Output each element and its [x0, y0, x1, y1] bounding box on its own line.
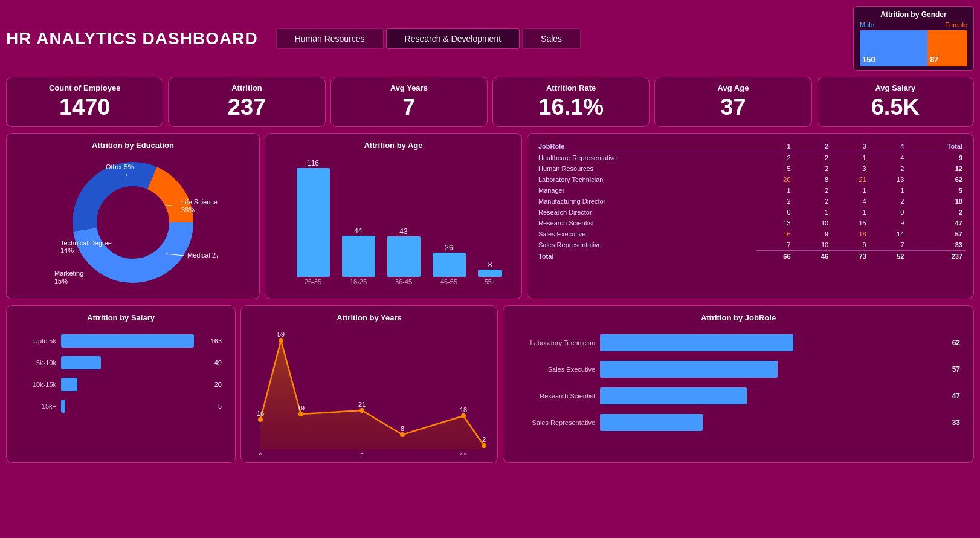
jobrole-table-cell: 47: [907, 218, 966, 228]
col-total: Total: [907, 141, 966, 152]
jobrole-table-cell: 21: [832, 174, 870, 185]
jobrole-table-row-label: Healthcare Representative: [535, 152, 756, 163]
jobrole-table-cell: 2: [795, 185, 833, 196]
jobrole-table-cell: 2: [795, 152, 833, 163]
svg-text:14%: 14%: [60, 247, 74, 254]
jobrole-bar-track: [600, 334, 944, 351]
gender-bar-male: 150: [860, 30, 927, 66]
kpi-employee-label: Count of Employee: [49, 83, 120, 92]
salary-bar-fill: [61, 378, 77, 391]
jobrole-table-row-label: Sales Executive: [535, 228, 756, 239]
jobrole-table-cell: 14: [870, 228, 908, 239]
svg-text:46-55: 46-55: [440, 278, 457, 285]
jobrole-table-cell: 9: [870, 218, 908, 228]
nav-tab-hr[interactable]: Human Resources: [276, 28, 384, 49]
svg-point-30: [298, 412, 303, 416]
jobrole-total-cell: 52: [870, 250, 908, 262]
kpi-avg-salary: Avg Salary 6.5K: [817, 77, 974, 127]
edu-label-medical: Medical 27%: [187, 251, 218, 259]
jobrole-table-row-label: Research Scientist: [535, 218, 756, 228]
salary-bar-fill: [61, 400, 65, 413]
salary-bar-label: 10k-15k: [20, 381, 56, 388]
jobrole-bar-fill: [600, 361, 778, 378]
years-line-chart: 16 59 19 21 8 18 2 0 5 10: [248, 328, 490, 455]
edu-label-other: Other 5%: [106, 163, 134, 170]
jobrole-bar-label: Research Scientist: [517, 392, 595, 400]
jobrole-table-cell: 1: [832, 185, 870, 196]
years-panel: Attrition by Years: [240, 305, 498, 463]
salary-bar-label: Upto 5k: [20, 337, 56, 345]
jobrole-table-cell: 5: [907, 185, 966, 196]
jobrole-table-cell: 2: [870, 163, 908, 174]
jobrole-table-cell: 62: [907, 174, 966, 185]
jobrole-table-cell: 5: [756, 163, 795, 174]
salary-bar-value: 20: [214, 381, 222, 388]
salary-bar-fill: [61, 356, 101, 369]
jobrole-table-cell: 1: [756, 185, 795, 196]
kpi-avg-salary-label: Avg Salary: [875, 83, 915, 92]
jobrole-bar-fill: [600, 387, 747, 404]
kpi-avg-years-value: 7: [402, 95, 415, 120]
svg-text:26-35: 26-35: [305, 278, 321, 285]
age-panel: Attrition by Age 116 26-35 44 18-25 43 3…: [265, 133, 522, 299]
jobrole-table-cell: 1: [832, 152, 870, 163]
jobrole-table-cell: 4: [832, 196, 870, 207]
kpi-avg-years: Avg Years 7: [330, 77, 488, 127]
nav-tab-sales[interactable]: Sales: [522, 28, 581, 49]
svg-text:18: 18: [460, 406, 467, 413]
jobrole-table-row-label: Manufacturing Director: [535, 196, 756, 207]
jobrole-chart-title: Attrition by JobRole: [511, 313, 966, 322]
jobrole-table-cell: 2: [907, 207, 966, 218]
years-chart-title: Attrition by Years: [248, 313, 490, 322]
jobrole-table-cell: 15: [832, 218, 870, 228]
svg-rect-12: [297, 168, 330, 277]
salary-panel: Attrition by Salary Upto 5k1635k-10k4910…: [6, 305, 236, 463]
jobrole-total-cell: 73: [832, 250, 870, 262]
dashboard-title: HR ANALYTICS DASHBOARD: [6, 29, 258, 48]
jobrole-table-cell: 1: [832, 207, 870, 218]
jobrole-table-cell: 2: [795, 163, 833, 174]
jobrole-table-cell: 18: [832, 228, 870, 239]
jobrole-table-cell: 10: [907, 196, 966, 207]
salary-bar-row: Upto 5k163: [20, 334, 222, 348]
svg-rect-18: [387, 236, 421, 277]
kpi-avg-years-label: Avg Years: [390, 83, 428, 92]
jobrole-bar-fill: [600, 414, 703, 431]
svg-text:18-25: 18-25: [350, 278, 367, 285]
svg-point-32: [400, 432, 405, 437]
salary-bar-value: 5: [218, 403, 222, 410]
jobrole-bar-label: Sales Representative: [517, 419, 595, 426]
middle-charts-row: Attrition by Education Life Sciences 38%…: [6, 133, 974, 299]
col-4: 4: [870, 141, 908, 152]
gender-bar-female: 87: [927, 30, 967, 66]
svg-point-34: [482, 443, 486, 448]
jobrole-bar-fill: [600, 334, 793, 351]
salary-bar-track: [61, 378, 206, 391]
svg-text:15%: 15%: [54, 277, 68, 285]
svg-marker-27: [260, 340, 484, 449]
jobrole-table-row-label: Manager: [535, 185, 756, 196]
jobrole-table-row-label: Research Director: [535, 207, 756, 218]
salary-bar-row: 15k+5: [20, 400, 222, 413]
kpi-employee-value: 1470: [59, 95, 111, 120]
gender-title: Attrition by Gender: [860, 10, 967, 19]
svg-rect-15: [342, 236, 375, 277]
col-1: 1: [756, 141, 795, 152]
jobrole-bar-row: Sales Representative33: [517, 414, 960, 431]
nav-tab-rd[interactable]: Research & Development: [386, 28, 520, 49]
jobrole-panel: Attrition by JobRole Laboratory Technici…: [503, 305, 974, 463]
kpi-avg-salary-value: 6.5K: [871, 95, 920, 120]
salary-bar-fill: [61, 334, 194, 348]
age-bar-chart: 116 26-35 44 18-25 43 36-45 26 46-55 8 5…: [279, 156, 508, 289]
jobrole-table-cell: 9: [907, 152, 966, 163]
col-3: 3: [832, 141, 870, 152]
header: HR ANALYTICS DASHBOARD Human Resources R…: [6, 6, 974, 71]
svg-text:2: 2: [482, 436, 486, 443]
education-panel: Attrition by Education Life Sciences 38%…: [6, 133, 260, 299]
svg-text:116: 116: [307, 159, 319, 167]
kpi-attrition-value: 237: [228, 95, 266, 120]
svg-text:26: 26: [445, 244, 453, 252]
salary-chart-title: Attrition by Salary: [14, 313, 228, 322]
jobrole-total-cell: 237: [907, 250, 966, 262]
jobrole-bar-label: Laboratory Technician: [517, 339, 595, 346]
